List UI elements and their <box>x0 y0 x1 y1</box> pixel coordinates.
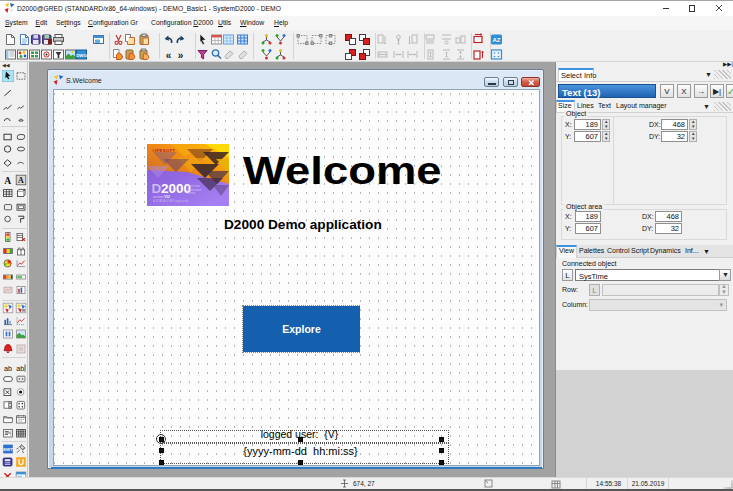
svg-text:A: A <box>18 176 24 185</box>
svg-text:DWG: DWG <box>76 53 87 58</box>
svg-text:A SCADA & MES application: A SCADA & MES application <box>153 198 189 202</box>
svg-text:ab: ab <box>16 364 24 373</box>
svg-text:SWT: SWT <box>3 447 13 452</box>
svg-text:≡IPESOFT: ≡IPESOFT <box>152 148 176 153</box>
svg-text:A: A <box>4 175 11 186</box>
svg-text:»: » <box>178 50 184 61</box>
svg-text:AZ: AZ <box>493 37 501 43</box>
svg-text:ab: ab <box>4 364 12 373</box>
svg-text:server: server <box>187 191 195 195</box>
svg-text:«: « <box>166 50 172 61</box>
